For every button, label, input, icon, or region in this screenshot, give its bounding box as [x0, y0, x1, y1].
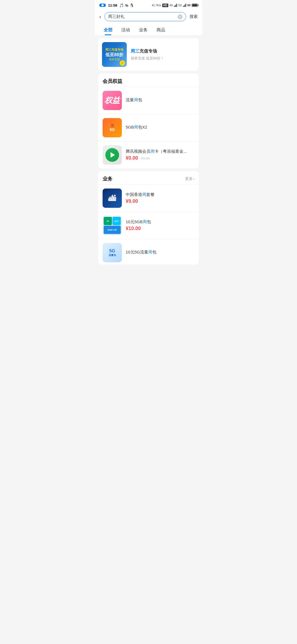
5gflow-info: 10元5G流量周包: [126, 250, 194, 256]
5gflow-title: 10元5G流量周包: [126, 250, 194, 255]
location-pill: [99, 4, 106, 7]
discount-sub: 领券充值: [105, 58, 123, 61]
brand1: M: [104, 217, 112, 225]
battery-fill: [192, 4, 197, 6]
service-section-title: 业务: [103, 176, 112, 182]
tencent-icon: [103, 145, 122, 165]
5gb-info: 5GB周包X2: [126, 125, 194, 131]
network-speed: 41.7K/s: [152, 4, 161, 7]
tencent-title: 腾讯视频会员周卡（粤添福黄金...: [126, 149, 194, 154]
5gb-week: 周: [134, 125, 138, 129]
5gb-icon-text: 🎁: [110, 124, 115, 127]
tencent-price-row: ¥0.00 ¥0.00: [126, 155, 194, 161]
discount-top-text: 周三充值专场: [105, 48, 123, 52]
battery-icon: [192, 4, 198, 7]
5gflow-text2: 包: [152, 250, 156, 254]
tencent-week: 周: [150, 149, 155, 154]
list-item-liuliang[interactable]: 权益 流量周包: [98, 87, 199, 114]
search-input[interactable]: 周三好礼: [108, 14, 175, 19]
list-item-tencent[interactable]: 腾讯视频会员周卡（粤添福黄金... ¥0.00 ¥0.00: [98, 141, 199, 168]
tab-activity[interactable]: 活动: [117, 24, 134, 35]
tab-service[interactable]: 业务: [134, 24, 152, 35]
more-link[interactable]: 更多 ›: [185, 176, 194, 181]
hk-title: 中国香港周套餐: [126, 192, 194, 197]
play-triangle-icon: [111, 152, 115, 158]
10gb-icon: M iQIYI 5GB+VIP: [103, 216, 122, 235]
brand3: 5GB+VIP: [104, 226, 121, 234]
10gb-price: ¥10.00: [126, 226, 194, 231]
service-section-header: 业务 更多 ›: [98, 171, 199, 184]
tencent-price-original: ¥0.00: [141, 156, 150, 160]
list-item-5gflow[interactable]: 5G 流量包 10元5G流量周包: [98, 239, 199, 264]
list-item-hk[interactable]: 🏙 中国香港周套餐 ¥9.00: [98, 184, 199, 212]
status-right: 41.7K/s HD 4G 5G 99: [152, 4, 198, 7]
signal-4g-icon: [174, 4, 177, 7]
search-header: ‹ 周三好礼 ✕ 搜索: [95, 10, 202, 24]
10gb-text2: 包: [147, 219, 151, 224]
hk-price: ¥9.00: [126, 198, 194, 204]
list-item-5gb[interactable]: 🎁 5G 5GB周包X2: [98, 114, 199, 141]
status-left: 11:58 🎵 🛍 🐧: [99, 3, 134, 7]
main-content: 周三充值专场 低至88折 领券充值 ¥ 周三充值专场 领券充值 低至88折！ 会…: [95, 36, 202, 267]
hk-week: 周: [142, 192, 146, 197]
network-4g: 4G: [169, 4, 173, 7]
member-section: 会员权益 权益 流量周包 🎁 5G 5GB: [98, 73, 199, 168]
banner-title-week: 周三: [131, 49, 139, 53]
liuliang-title: 流量周包: [126, 97, 194, 103]
5g-sub: 流量包: [109, 253, 116, 257]
banner-title: 周三充值专场: [131, 48, 195, 54]
banner-info: 周三充值专场 领券充值 低至88折！: [131, 48, 195, 61]
hk-text2: 套餐: [146, 192, 155, 197]
status-bar: 11:58 🎵 🛍 🐧 41.7K/s HD 4G 5G 99: [95, 0, 202, 10]
10gb-title: 10元5GB周包: [126, 219, 194, 225]
10gb-info: 10元5GB周包 ¥10.00: [126, 219, 194, 231]
5g-icon-content: 5G 流量包: [109, 249, 116, 257]
5gb-icon: 🎁 5G: [103, 118, 122, 137]
search-button[interactable]: 搜索: [189, 14, 198, 19]
5gflow-text1: 10元5G流量: [126, 250, 148, 254]
network-5g: 5G: [178, 4, 182, 7]
tencent-price: ¥0.00: [126, 155, 138, 161]
quanyi-icon: 权益: [103, 91, 122, 110]
search-bar[interactable]: 周三好礼 ✕: [105, 12, 186, 21]
tiktok-icon: 🎵: [119, 3, 124, 7]
list-item-10gb[interactable]: M iQIYI 5GB+VIP 10元5GB周包 ¥10.00: [98, 212, 199, 239]
5gb-label: 5G: [110, 127, 115, 132]
liuliang-text2: 包: [138, 97, 142, 102]
location-dot-icon: [101, 4, 104, 6]
tab-bar: 全部 活动 业务 商品: [95, 24, 202, 36]
status-time: 11:58: [108, 3, 117, 7]
tab-product[interactable]: 商品: [152, 24, 170, 35]
liuliang-info: 流量周包: [126, 97, 194, 104]
hk-icon: 🏙: [103, 189, 122, 208]
banner-item[interactable]: 周三充值专场 低至88折 领券充值 ¥ 周三充值专场 领券充值 低至88折！: [98, 38, 199, 71]
discount-badge: 低至88折: [105, 52, 123, 57]
service-section: 业务 更多 › 🏙 中国香港周套餐 ¥9.00: [98, 171, 199, 264]
10gb-week: 周: [143, 219, 147, 224]
hd-badge: HD: [162, 4, 168, 7]
qq-icon: 🐧: [130, 3, 134, 7]
banner-title-rest: 充值专场: [139, 49, 157, 53]
5g-text: 5G: [109, 249, 116, 253]
banner-card[interactable]: 周三充值专场 低至88折 领券充值 ¥ 周三充值专场 领券充值 低至88折！: [98, 38, 199, 71]
liuliang-week: 周: [134, 97, 138, 102]
tab-all[interactable]: 全部: [99, 24, 117, 35]
back-button[interactable]: ‹: [99, 13, 101, 20]
more-label: 更多: [185, 176, 193, 181]
battery-level: 99: [187, 4, 191, 7]
app2-icon: 🛍: [125, 3, 128, 7]
5gb-title: 5GB周包X2: [126, 125, 194, 130]
tencent-info: 腾讯视频会员周卡（粤添福黄金... ¥0.00 ¥0.00: [126, 149, 194, 161]
hk-building-icon: 🏙: [108, 194, 116, 203]
brand2: iQIYI: [112, 217, 121, 225]
10gb-icon-grid: M iQIYI 5GB+VIP: [103, 216, 122, 235]
clear-button[interactable]: ✕: [178, 14, 183, 19]
liuliang-text1: 流量: [126, 97, 134, 102]
10gb-text1: 10元5GB: [126, 219, 143, 224]
quanyi-v-text: 权益: [105, 95, 120, 106]
tencent-text2: 卡（粤添福黄金...: [155, 149, 187, 154]
5gb-text1: 5GB: [126, 125, 134, 129]
tencent-text1: 腾讯视频会员: [126, 149, 150, 154]
signal-5g-icon: [183, 4, 186, 7]
member-section-title: 会员权益: [98, 73, 199, 87]
